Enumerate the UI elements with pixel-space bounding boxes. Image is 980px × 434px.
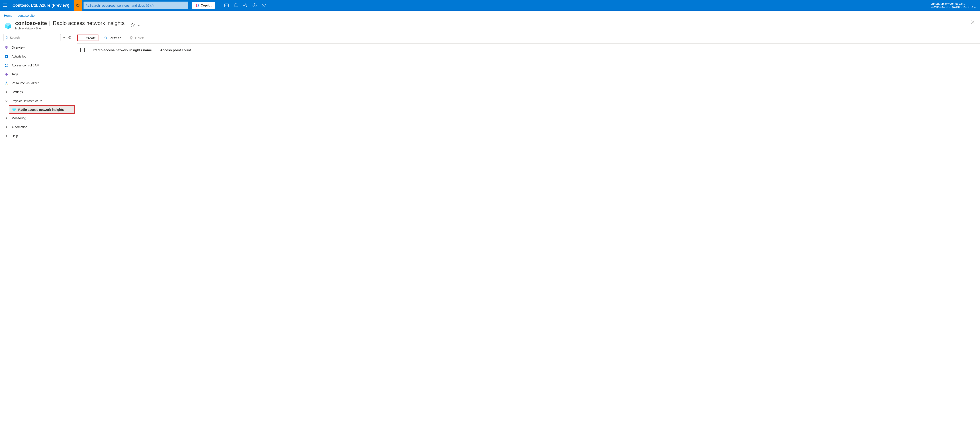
body-split: Overview Activity log Access control (IA… [0,31,980,140]
sidebar-item-monitoring[interactable]: Monitoring [0,114,75,123]
resource-icon [4,22,12,30]
radio-insights-icon [12,107,16,112]
table-header: Radio access network insights name Acces… [77,44,980,56]
chevron-down-icon [5,99,8,103]
sidebar-item-help[interactable]: Help [0,131,75,140]
title-actions: ··· [130,22,142,28]
global-search[interactable] [84,2,188,9]
sidebar-item-label: Automation [11,125,27,129]
sidebar-item-overview[interactable]: Overview [0,43,75,52]
chevron-right-icon [5,125,8,129]
delete-label: Delete [135,36,145,40]
sidebar-search-row [0,34,75,43]
cloud-shell-icon[interactable] [224,3,229,8]
search-icon [6,36,8,39]
create-button[interactable]: Create [78,35,98,41]
column-count[interactable]: Access point count [160,48,205,52]
feedback-icon[interactable] [262,3,266,8]
activity-log-icon [5,54,8,58]
resource-name: contoso-site [15,20,47,26]
tags-icon [5,72,8,76]
notifications-icon[interactable] [234,3,238,8]
sidebar-item-label: Physical infrastructure [11,99,42,103]
page-title-row: contoso-site | Radio access network insi… [0,19,980,31]
refresh-icon [104,36,108,40]
sidebar-item-access-control[interactable]: Access control (IAM) [0,61,75,70]
sidebar-item-label: Access control (IAM) [11,64,40,67]
sidebar-item-label: Help [11,134,18,138]
sidebar-item-tags[interactable]: Tags [0,70,75,79]
breadcrumb: Home › contoso-site [0,11,980,19]
svg-rect-12 [6,56,7,56]
svg-point-18 [6,81,7,83]
refresh-label: Refresh [110,36,121,40]
brand-title[interactable]: Contoso, Ltd. Azure (Preview) [10,3,74,8]
chevron-right-icon [5,90,8,94]
svg-rect-13 [6,56,7,57]
svg-point-1 [86,4,88,6]
sidebar-item-label: Settings [11,90,23,94]
copilot-button[interactable]: Copilot [192,2,215,9]
sidebar-item-settings[interactable]: Settings [0,88,75,97]
sidebar-item-radio-insights[interactable]: Radio access network insights [9,105,75,114]
search-icon [86,3,89,7]
sidebar-search-input[interactable] [10,36,59,40]
svg-point-17 [5,73,6,74]
page-title: Radio access network insights [53,20,125,26]
account-email: chrisqpublic@contoso.c... [931,2,977,6]
hamburger-icon[interactable] [3,3,7,8]
sidebar-item-label: Activity log [11,54,27,58]
svg-point-5 [262,4,264,5]
main-content: Create Refresh Delete Radio access netwo… [75,31,980,140]
help-icon[interactable] [252,3,257,8]
access-control-icon [5,63,8,67]
title-separator: | [49,20,51,26]
preview-bug-icon[interactable] [74,0,82,11]
overview-icon [5,45,8,49]
chevron-right-icon: › [14,14,16,18]
sidebar-item-label: Resource visualizer [11,81,39,85]
svg-point-3 [245,5,246,6]
svg-rect-14 [6,57,7,57]
create-label: Create [86,36,96,40]
plus-icon [80,36,84,40]
chevron-right-icon [5,116,8,120]
sidebar-search[interactable] [3,34,61,41]
expand-toggle-icon[interactable] [63,36,66,40]
delete-button: Delete [127,35,147,41]
delete-icon [129,36,134,40]
breadcrumb-home[interactable]: Home [4,14,12,18]
top-header: Contoso, Ltd. Azure (Preview) Copilot [0,0,980,11]
sidebar-item-label: Tags [11,72,18,76]
sidebar-item-label: Monitoring [11,116,26,120]
header-icon-group [224,3,266,8]
copilot-label: Copilot [200,3,212,7]
sidebar-item-physical-infrastructure[interactable]: Physical infrastructure [0,97,75,105]
collapse-icon[interactable] [68,36,72,40]
resource-visualizer-icon [5,81,8,85]
sidebar-item-automation[interactable]: Automation [0,123,75,131]
refresh-button[interactable]: Refresh [102,35,124,41]
select-all-checkbox[interactable] [80,48,85,52]
breadcrumb-current[interactable]: contoso-site [18,14,35,18]
more-icon[interactable]: ··· [138,23,142,27]
svg-point-16 [7,64,8,65]
close-icon[interactable] [970,20,975,24]
sidebar-item-resource-visualizer[interactable]: Resource visualizer [0,79,75,88]
account-directory: CONTOSO, LTD. (CONTOSO, LTD..... [931,6,977,9]
settings-icon[interactable] [243,3,247,8]
svg-point-10 [6,46,7,48]
sidebar-item-label: Radio access network insights [18,108,64,112]
separator [217,2,217,8]
favorite-icon[interactable] [130,22,135,28]
svg-point-9 [6,37,8,38]
sidebar-item-label: Overview [11,46,24,49]
column-name[interactable]: Radio access network insights name [93,48,160,52]
chevron-right-icon [5,134,8,138]
svg-point-0 [76,5,79,7]
account-menu[interactable]: chrisqpublic@contoso.c... CONTOSO, LTD. … [931,2,980,8]
global-search-input[interactable] [89,3,186,7]
header-left: Contoso, Ltd. Azure (Preview) [0,3,74,8]
sidebar-item-activity-log[interactable]: Activity log [0,52,75,61]
sidebar: Overview Activity log Access control (IA… [0,31,75,140]
